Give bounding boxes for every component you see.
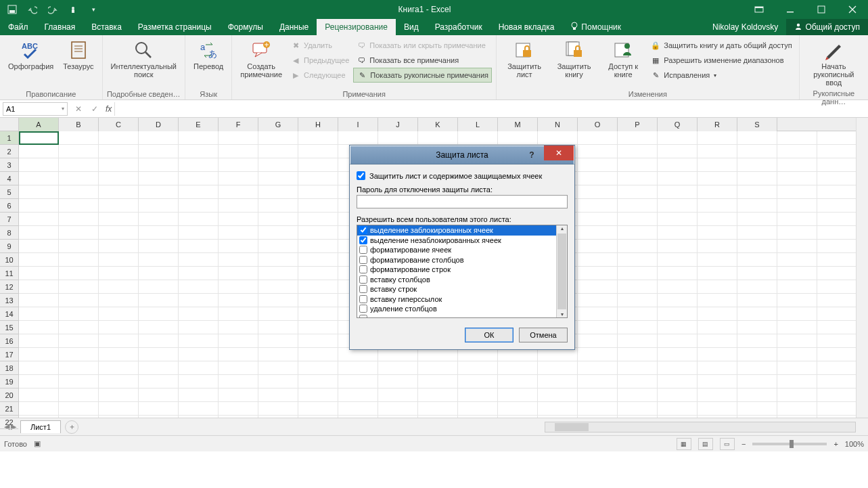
vertical-scrollbar[interactable] — [856, 118, 868, 418]
allow-ranges-button[interactable]: ▦Разрешить изменение диапазонов — [647, 53, 794, 68]
show-hide-comment-button[interactable]: 🗨Показать или скрыть примечание — [353, 38, 492, 53]
protect-share-button[interactable]: 🔒Защитить книгу и дать общий доступ — [647, 38, 794, 53]
row-header[interactable]: 19 — [0, 375, 18, 389]
row-header[interactable]: 3 — [0, 158, 18, 172]
tab-data[interactable]: Данные — [271, 19, 317, 35]
tell-me[interactable]: Помощник — [562, 19, 629, 35]
thesaurus-button[interactable]: Тезаурус — [59, 38, 97, 72]
row-header[interactable]: 9 — [0, 240, 18, 253]
row-header[interactable]: 7 — [0, 213, 18, 226]
protect-sheet-button[interactable]: Защитить лист — [501, 38, 548, 80]
row-header[interactable]: 17 — [0, 348, 18, 361]
fx-icon[interactable]: fx — [103, 104, 114, 114]
translate-button[interactable]: aあ Перевод — [189, 38, 227, 72]
ribbon-options-icon[interactable] — [744, 0, 775, 19]
column-header[interactable]: E — [179, 118, 219, 131]
column-header[interactable]: I — [338, 118, 378, 131]
permission-item[interactable]: форматирование столбцов — [357, 255, 556, 265]
show-ink-button[interactable]: ✎Показать рукописные примечания — [353, 68, 492, 83]
zoom-slider[interactable] — [752, 443, 827, 445]
permission-checkbox[interactable] — [359, 295, 367, 303]
minimize-icon[interactable] — [775, 0, 806, 19]
new-comment-button[interactable]: Создать примечание — [236, 38, 286, 80]
permission-item[interactable]: выделение заблокированных ячеек — [357, 225, 556, 236]
zoom-out-button[interactable]: − — [741, 440, 746, 448]
permission-item[interactable]: вставку столбцов — [357, 275, 556, 285]
dialog-close-icon[interactable]: ✕ — [544, 146, 574, 160]
protect-checkbox-row[interactable]: Защитить лист и содержимое защищаемых яч… — [357, 171, 568, 180]
next-comment-button[interactable]: ▶Следующее — [288, 68, 352, 83]
macro-record-icon[interactable]: ▣ — [34, 439, 41, 448]
column-header[interactable]: F — [219, 118, 258, 131]
column-header[interactable]: B — [59, 118, 99, 131]
tab-review[interactable]: Рецензирование — [317, 19, 396, 35]
column-header[interactable]: R — [698, 118, 737, 131]
permission-checkbox[interactable] — [359, 315, 367, 317]
formula-input[interactable] — [114, 102, 868, 116]
permission-checkbox[interactable] — [359, 285, 367, 293]
smart-lookup-button[interactable]: Интеллектуальный поиск — [107, 38, 181, 80]
account-user[interactable]: Nikolay Koldovsky — [704, 19, 786, 35]
spelling-button[interactable]: ABC Орфография — [4, 38, 58, 72]
tab-developer[interactable]: Разработчик — [427, 19, 490, 35]
tab-insert[interactable]: Вставка — [83, 19, 130, 35]
column-header[interactable]: C — [99, 118, 139, 131]
cancel-formula-icon[interactable]: ✕ — [70, 101, 87, 117]
row-header[interactable]: 13 — [0, 294, 18, 307]
dialog-help-icon[interactable]: ? — [522, 146, 541, 164]
row-header[interactable]: 22 — [0, 416, 18, 429]
permission-item[interactable]: выделение незаблокированных ячеек — [357, 236, 556, 246]
column-header[interactable]: L — [458, 118, 498, 131]
delete-comment-button[interactable]: ✖Удалить — [288, 38, 352, 53]
name-box[interactable]: A1▾ — [3, 102, 68, 116]
sheet-tab[interactable]: Лист1 — [20, 420, 61, 433]
cancel-button[interactable]: Отмена — [519, 328, 568, 342]
enter-formula-icon[interactable]: ✓ — [87, 101, 103, 117]
prev-comment-button[interactable]: ◀Предыдущее — [288, 53, 352, 68]
track-changes-button[interactable]: ✎Исправления▾ — [647, 68, 794, 83]
column-header[interactable]: N — [538, 118, 578, 131]
dialog-titlebar[interactable]: Защита листа ? ✕ — [350, 146, 574, 164]
maximize-icon[interactable] — [806, 0, 837, 19]
row-header[interactable]: 11 — [0, 267, 18, 280]
row-header[interactable]: 21 — [0, 402, 18, 416]
horizontal-scrollbar[interactable] — [545, 422, 856, 432]
qat-customize-icon[interactable]: ▾ — [87, 3, 100, 16]
column-header[interactable]: K — [418, 118, 458, 131]
column-header[interactable]: J — [378, 118, 418, 131]
permission-checkbox[interactable] — [359, 226, 367, 234]
row-header[interactable]: 20 — [0, 389, 18, 402]
column-header[interactable]: G — [258, 118, 298, 131]
tab-page-layout[interactable]: Разметка страницы — [130, 19, 220, 35]
tab-custom[interactable]: Новая вкладка — [490, 19, 563, 35]
view-page-layout-icon[interactable]: ▤ — [698, 438, 713, 450]
row-header[interactable]: 2 — [0, 145, 18, 158]
permission-item[interactable]: удаление строк — [357, 314, 556, 318]
row-header[interactable]: 6 — [0, 199, 18, 213]
permission-checkbox[interactable] — [359, 275, 367, 284]
touch-mode-icon[interactable] — [66, 3, 80, 16]
permission-checkbox[interactable] — [359, 256, 367, 264]
column-header[interactable]: S — [737, 118, 777, 131]
ok-button[interactable]: ОК — [465, 328, 513, 342]
row-header[interactable]: 10 — [0, 253, 18, 267]
password-input[interactable] — [357, 195, 568, 208]
redo-icon[interactable] — [46, 3, 60, 16]
start-ink-button[interactable]: Начать рукописный ввод — [804, 38, 864, 88]
permission-checkbox[interactable] — [359, 236, 367, 244]
tab-formulas[interactable]: Формулы — [220, 19, 271, 35]
row-header[interactable]: 5 — [0, 185, 18, 199]
listbox-scrollbar[interactable] — [556, 225, 567, 317]
permission-item[interactable]: форматирование ячеек — [357, 245, 556, 255]
select-all-corner[interactable] — [0, 118, 19, 131]
permissions-listbox[interactable]: выделение заблокированных ячееквыделение… — [357, 225, 568, 318]
permission-checkbox[interactable] — [359, 305, 367, 313]
column-header[interactable]: A — [19, 118, 59, 131]
protect-checkbox[interactable] — [357, 171, 365, 180]
zoom-level[interactable]: 100% — [845, 440, 864, 448]
save-icon[interactable] — [5, 3, 19, 16]
new-sheet-button[interactable]: ＋ — [65, 420, 78, 434]
permission-item[interactable]: вставку гиперссылок — [357, 294, 556, 305]
protect-workbook-button[interactable]: Защитить книгу — [549, 38, 599, 80]
row-header[interactable]: 4 — [0, 172, 18, 185]
